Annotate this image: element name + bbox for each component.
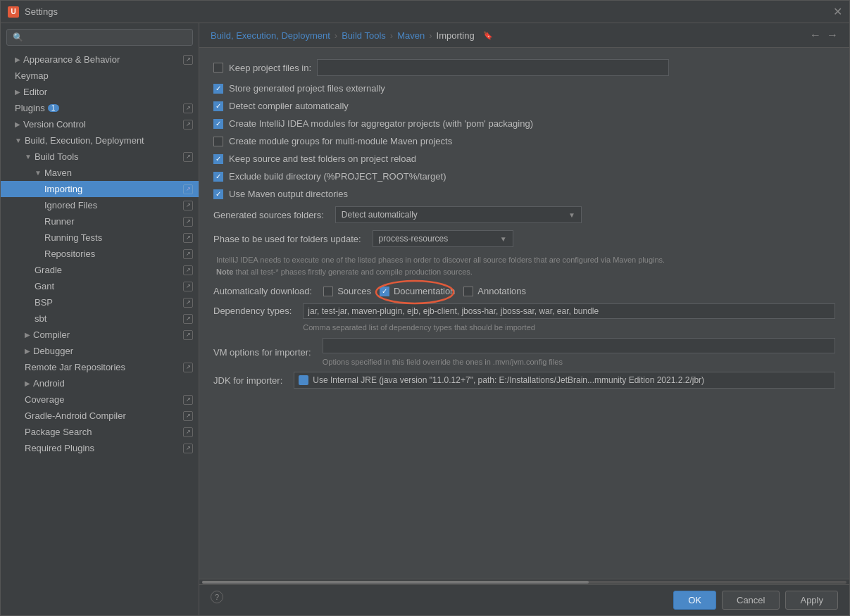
sidebar-item-plugins[interactable]: Plugins 1 ↗	[1, 100, 199, 116]
sidebar-item-ignored-files[interactable]: Ignored Files ↗	[1, 197, 199, 213]
external-icon: ↗	[183, 282, 193, 291]
expand-arrow: ▶	[25, 347, 30, 355]
generated-sources-dropdown[interactable]: Detect automatically ▼	[335, 206, 582, 223]
annotations-checkbox-group: Annotations	[463, 286, 526, 296]
close-button[interactable]: ✕	[833, 5, 842, 18]
sidebar-item-importing[interactable]: Importing ↗	[1, 181, 199, 197]
phase-value: process-resources	[379, 234, 449, 244]
documentation-label: Documentation	[394, 286, 455, 296]
ok-button[interactable]: OK	[673, 591, 716, 610]
external-icon: ↗	[183, 314, 193, 324]
annotations-checkbox[interactable]	[463, 287, 473, 296]
sidebar-item-label: Running Tests	[44, 232, 102, 243]
documentation-checkbox[interactable]	[380, 287, 389, 296]
breadcrumb-item-1[interactable]: Build, Execution, Deployment	[211, 30, 330, 41]
external-icon: ↗	[183, 395, 193, 405]
create-module-groups-label: Create module groups for multi-module Ma…	[229, 136, 452, 146]
sidebar-item-coverage[interactable]: Coverage ↗	[1, 391, 199, 408]
help-button[interactable]: ?	[211, 591, 223, 603]
sidebar-item-maven[interactable]: ▼ Maven	[1, 165, 199, 181]
sidebar-item-label: Build Tools	[35, 151, 79, 162]
sidebar-item-label: BSP	[35, 297, 53, 308]
breadcrumb-item-2[interactable]: Build Tools	[342, 30, 386, 41]
store-generated-checkbox[interactable]	[213, 84, 223, 94]
sidebar-item-build-tools[interactable]: ▼ Build Tools ↗	[1, 149, 199, 165]
dependency-types-input[interactable]	[303, 303, 835, 319]
bookmark-icon[interactable]: 🔖	[483, 31, 493, 40]
external-icon: ↗	[183, 427, 193, 437]
external-icon: ↗	[183, 265, 193, 275]
use-maven-output-checkbox[interactable]	[213, 189, 223, 199]
annotations-label: Annotations	[477, 286, 526, 296]
sidebar-item-label: sbt	[35, 313, 46, 324]
sidebar-item-running-tests[interactable]: Running Tests ↗	[1, 230, 199, 246]
sidebar-item-package-search[interactable]: Package Search ↗	[1, 424, 199, 440]
sidebar-item-label: Gradle-Android Compiler	[25, 410, 126, 421]
horizontal-scrollbar[interactable]	[199, 579, 849, 584]
documentation-group: Documentation	[380, 286, 455, 296]
search-box[interactable]: 🔍	[6, 29, 193, 46]
expand-arrow: ▶	[15, 88, 20, 96]
expand-arrow: ▼	[35, 169, 42, 177]
exclude-build-checkbox[interactable]	[213, 172, 223, 182]
back-button[interactable]: ←	[810, 29, 821, 42]
external-icon: ↗	[183, 298, 193, 308]
sidebar-item-appearance[interactable]: ▶ Appearance & Behavior ↗	[1, 51, 199, 68]
dependency-types-row: Dependency types: Comma separated list o…	[213, 303, 835, 334]
external-icon: ↗	[183, 444, 193, 453]
create-intellij-checkbox[interactable]	[213, 119, 223, 129]
generated-sources-row: Generated sources folders: Detect automa…	[213, 206, 835, 223]
cancel-button[interactable]: Cancel	[722, 591, 780, 610]
create-intellij-label: Create IntelliJ IDEA modules for aggrega…	[229, 118, 533, 129]
sidebar-item-label: Required Plugins	[25, 443, 94, 453]
sidebar-item-build-execution[interactable]: ▼ Build, Execution, Deployment	[1, 132, 199, 149]
breadcrumb-sep-2: ›	[390, 30, 393, 41]
phase-dropdown[interactable]: process-resources ▼	[373, 230, 513, 247]
sidebar-item-gradle-android[interactable]: Gradle-Android Compiler ↗	[1, 408, 199, 424]
sidebar-item-label: Runner	[44, 216, 75, 227]
app-icon: U	[8, 6, 19, 18]
keep-source-label: Keep source and test folders on project …	[229, 153, 416, 164]
apply-button[interactable]: Apply	[785, 591, 838, 610]
sidebar-item-editor[interactable]: ▶ Editor	[1, 84, 199, 100]
sidebar-item-repositories[interactable]: Repositories ↗	[1, 246, 199, 262]
sidebar-item-required-plugins[interactable]: Required Plugins ↗	[1, 440, 199, 456]
keep-project-files-checkbox[interactable]	[213, 63, 223, 73]
sidebar-item-sbt[interactable]: sbt ↗	[1, 310, 199, 327]
sidebar-item-version-control[interactable]: ▶ Version Control ↗	[1, 116, 199, 132]
sources-checkbox[interactable]	[323, 287, 333, 296]
sidebar-item-android[interactable]: ▶ Android	[1, 375, 199, 391]
sidebar-item-label: Keymap	[15, 70, 49, 81]
keep-project-files-input[interactable]	[317, 59, 669, 76]
breadcrumb-item-3[interactable]: Maven	[397, 30, 425, 41]
vm-options-container: Options specified in this field override…	[323, 338, 835, 368]
info-text-2: that all test-* phases firstly generate …	[236, 268, 473, 276]
sidebar-item-gant[interactable]: Gant ↗	[1, 278, 199, 294]
create-module-groups-checkbox[interactable]	[213, 137, 223, 146]
scrollbar-thumb[interactable]	[202, 581, 589, 584]
breadcrumb-sep-3: ›	[429, 30, 432, 41]
keep-source-checkbox[interactable]	[213, 154, 223, 164]
sidebar-item-runner[interactable]: Runner ↗	[1, 213, 199, 230]
sidebar-item-gradle[interactable]: Gradle ↗	[1, 262, 199, 278]
generated-sources-label: Generated sources folders:	[213, 210, 324, 220]
dropdown-arrow: ▼	[500, 235, 507, 243]
external-icon: ↗	[183, 330, 193, 340]
sidebar-item-debugger[interactable]: ▶ Debugger	[1, 343, 199, 359]
jdk-importer-value: Use Internal JRE (java version "11.0.12+…	[313, 375, 704, 385]
vm-options-input[interactable]	[323, 338, 835, 353]
detect-compiler-checkbox[interactable]	[213, 101, 223, 111]
breadcrumb: Build, Execution, Deployment › Build Too…	[199, 23, 849, 48]
sources-checkbox-group: Sources	[323, 286, 371, 296]
sidebar-item-remote-jar[interactable]: Remote Jar Repositories ↗	[1, 359, 199, 375]
sidebar-item-compiler[interactable]: ▶ Compiler ↗	[1, 327, 199, 343]
vm-options-label: VM options for importer:	[213, 347, 311, 358]
forward-button[interactable]: →	[827, 29, 838, 42]
sidebar-item-bsp[interactable]: BSP ↗	[1, 294, 199, 310]
search-input[interactable]	[27, 32, 187, 42]
jdk-importer-dropdown[interactable]: Use Internal JRE (java version "11.0.12+…	[294, 372, 835, 389]
plugins-badge: 1	[48, 104, 59, 112]
sidebar-item-keymap[interactable]: Keymap	[1, 68, 199, 84]
external-icon: ↗	[183, 411, 193, 421]
external-icon: ↗	[183, 233, 193, 243]
